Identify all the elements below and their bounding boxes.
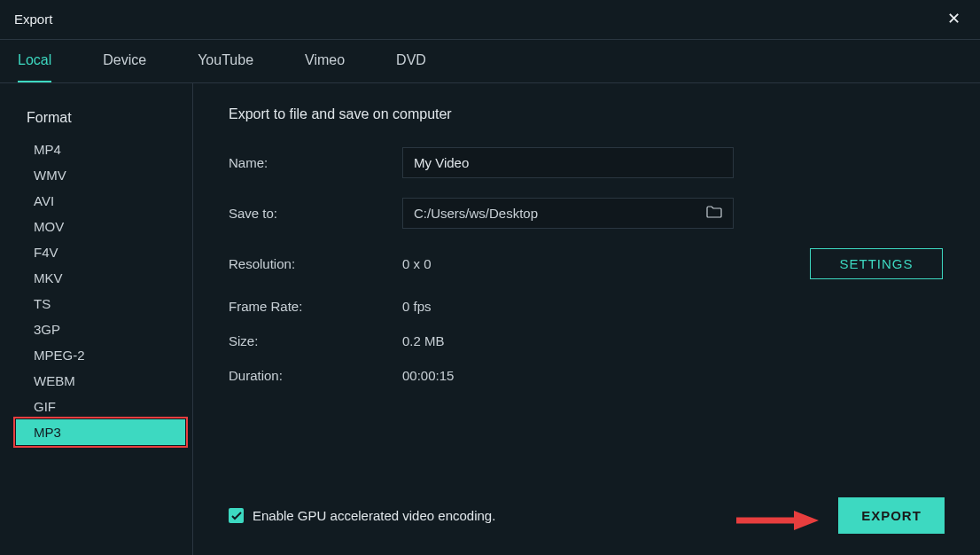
format-heading: Format — [0, 110, 192, 137]
resolution-label: Resolution: — [229, 256, 402, 271]
main-heading: Export to file and save on computer — [229, 106, 945, 122]
tab-youtube[interactable]: YouTube — [198, 40, 253, 82]
export-tabs: Local Device YouTube Vimeo DVD — [0, 40, 980, 83]
format-item-gif[interactable]: GIF — [0, 394, 192, 419]
format-item-wmv[interactable]: WMV — [0, 162, 192, 188]
format-item-mov[interactable]: MOV — [0, 214, 192, 239]
format-item-ts[interactable]: TS — [0, 291, 192, 317]
tab-vimeo[interactable]: Vimeo — [305, 40, 345, 82]
svg-marker-1 — [794, 511, 819, 530]
folder-icon[interactable] — [706, 206, 722, 221]
saveto-path[interactable]: C:/Users/ws/Desktop — [402, 198, 734, 229]
main-panel: Export to file and save on computer Name… — [193, 83, 980, 555]
duration-value: 00:00:15 — [402, 368, 454, 383]
format-item-mp3[interactable]: MP3 — [16, 419, 185, 445]
arrow-annotation-icon — [732, 507, 821, 534]
framerate-value: 0 fps — [402, 299, 432, 314]
gpu-checkbox-label: Enable GPU accelerated video encoding. — [253, 508, 495, 523]
format-item-mkv[interactable]: MKV — [0, 265, 192, 291]
resolution-value: 0 x 0 — [402, 256, 432, 271]
size-label: Size: — [229, 333, 402, 348]
gpu-checkbox[interactable] — [229, 508, 244, 523]
tab-device[interactable]: Device — [103, 40, 146, 82]
format-item-webm[interactable]: WEBM — [0, 368, 192, 394]
size-value: 0.2 MB — [402, 333, 445, 348]
name-label: Name: — [229, 155, 402, 170]
format-item-f4v[interactable]: F4V — [0, 239, 192, 265]
tab-local[interactable]: Local — [18, 40, 51, 82]
format-sidebar: Format MP4 WMV AVI MOV F4V MKV TS 3GP MP… — [0, 83, 193, 555]
format-item-3gp[interactable]: 3GP — [0, 317, 192, 342]
format-item-avi[interactable]: AVI — [0, 188, 192, 214]
saveto-label: Save to: — [229, 206, 402, 221]
framerate-label: Frame Rate: — [229, 299, 402, 314]
format-item-mp4[interactable]: MP4 — [0, 137, 192, 162]
name-input[interactable] — [402, 147, 734, 178]
settings-button[interactable]: SETTINGS — [810, 248, 943, 279]
close-icon[interactable]: ✕ — [942, 7, 966, 30]
duration-label: Duration: — [229, 368, 402, 383]
export-button[interactable]: EXPORT — [838, 497, 945, 534]
window-title: Export — [14, 12, 52, 27]
tab-dvd[interactable]: DVD — [396, 40, 426, 82]
format-item-mpeg2[interactable]: MPEG-2 — [0, 342, 192, 368]
saveto-value: C:/Users/ws/Desktop — [414, 206, 538, 221]
